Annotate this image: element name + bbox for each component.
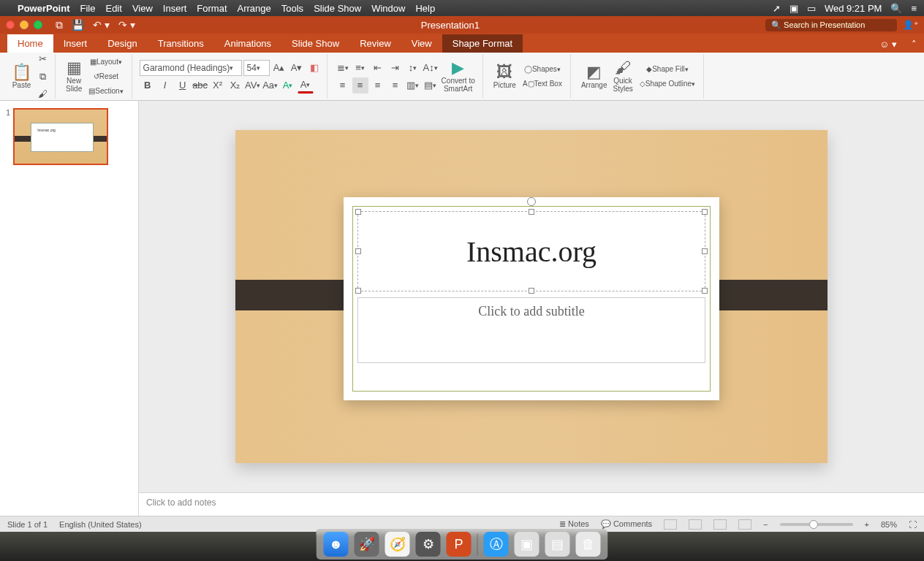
share-button[interactable]: 👤⁺ [903, 20, 918, 30]
slideshow-view-icon[interactable] [738, 519, 751, 530]
rotate-handle[interactable] [527, 197, 536, 206]
strike-button[interactable]: abc [192, 77, 208, 94]
zoom-icon[interactable] [34, 20, 42, 29]
shape-fill-button[interactable]: ◆ Shape Fill [636, 63, 699, 76]
resize-handle[interactable] [702, 248, 708, 254]
notes-toggle[interactable]: ≣ Notes [559, 519, 589, 529]
menu-edit[interactable]: Edit [105, 3, 121, 14]
resize-handle[interactable] [529, 209, 534, 215]
font-name-combo[interactable]: Garamond (Headings) [140, 60, 242, 76]
tab-shape-format[interactable]: Shape Format [442, 34, 523, 53]
settings-icon[interactable]: ⚙ [416, 532, 441, 557]
font-size-combo[interactable]: 54 [243, 60, 270, 76]
zoom-value[interactable]: 85% [881, 520, 897, 529]
align-right-icon[interactable]: ≡ [370, 77, 386, 94]
menu-slideshow[interactable]: Slide Show [314, 3, 361, 14]
clock[interactable]: Wed 9:21 PM [825, 3, 882, 14]
superscript-icon[interactable]: X² [210, 77, 226, 94]
picture-button[interactable]: 🖼Picture [491, 63, 519, 91]
tab-view[interactable]: View [401, 34, 442, 53]
trash-icon[interactable]: 🗑 [576, 532, 601, 557]
cut-icon[interactable]: ✂ [34, 51, 50, 67]
window-controls[interactable] [6, 20, 42, 29]
sorter-view-icon[interactable] [689, 519, 702, 530]
title-placeholder[interactable]: Insmac.org [357, 211, 705, 291]
columns-icon[interactable]: ▥ [405, 77, 421, 94]
text-direction-icon[interactable]: A↕ [423, 60, 439, 76]
menu-insert[interactable]: Insert [163, 3, 187, 14]
notes-input[interactable]: Click to add notes [139, 492, 924, 516]
tab-home[interactable]: Home [7, 34, 53, 53]
qat-undo-icon[interactable]: ↶ ▾ [93, 19, 110, 31]
subscript-icon[interactable]: X₂ [227, 77, 243, 94]
zoom-out-button[interactable]: − [763, 520, 768, 529]
slide-thumbnail-1[interactable]: Insmac.org [13, 108, 108, 165]
resize-handle[interactable] [355, 248, 361, 254]
section-button[interactable]: ▤ Section [85, 85, 126, 98]
arrange-button[interactable]: ◩Arrange [578, 63, 610, 91]
menu-view[interactable]: View [132, 3, 153, 14]
zoom-in-button[interactable]: + [865, 520, 869, 529]
align-text-icon[interactable]: ▤ [423, 77, 439, 94]
subtitle-placeholder[interactable]: Click to add subtitle [357, 297, 705, 363]
tab-animations[interactable]: Animations [214, 34, 281, 53]
layout-button[interactable]: ▦ Layout [85, 56, 126, 69]
shapes-button[interactable]: ◯ Shapes [519, 63, 566, 76]
tab-transitions[interactable]: Transitions [148, 34, 214, 53]
dock-app-icon[interactable]: ▤ [545, 532, 570, 557]
appstore-icon[interactable]: Ⓐ [484, 532, 509, 557]
normal-view-icon[interactable] [664, 519, 677, 530]
menu-window[interactable]: Window [371, 3, 405, 14]
convert-smartart-button[interactable]: ▶Convert to SmartArt [439, 58, 478, 94]
shape-outline-button[interactable]: ◇ Shape Outline [636, 77, 699, 91]
line-spacing-icon[interactable]: ↕ [405, 60, 421, 76]
tab-slideshow[interactable]: Slide Show [281, 34, 349, 53]
finder-icon[interactable]: ☻ [324, 532, 349, 557]
status-language[interactable]: English (United States) [59, 520, 142, 529]
menu-tools[interactable]: Tools [281, 3, 303, 14]
slide-canvas[interactable]: Insmac.org Click to add subtitle [235, 130, 828, 463]
slide-editor[interactable]: Insmac.org Click to add subtitle [139, 101, 924, 492]
menu-format[interactable]: Format [197, 3, 227, 14]
comments-toggle[interactable]: 💬 Comments [601, 519, 652, 529]
menu-file[interactable]: File [80, 3, 96, 14]
font-color-icon[interactable]: A [298, 77, 314, 94]
display-icon[interactable]: ▣ [789, 3, 798, 14]
reading-view-icon[interactable] [713, 519, 727, 530]
resize-handle[interactable] [702, 288, 708, 294]
collapse-ribbon-icon[interactable]: ˄ [904, 36, 924, 53]
grow-font-icon[interactable]: A▴ [271, 60, 287, 76]
search-input[interactable]: 🔍 Search in Presentation [765, 19, 897, 31]
fit-window-icon[interactable]: ⛶ [909, 520, 917, 529]
qat-window-icon[interactable]: ⧉ [56, 19, 63, 31]
tab-design[interactable]: Design [97, 34, 147, 53]
indent-icon[interactable]: ⇥ [387, 60, 404, 76]
cursor-icon[interactable]: ➚ [773, 3, 781, 14]
bold-button[interactable]: B [140, 77, 156, 94]
safari-icon[interactable]: 🧭 [385, 532, 410, 557]
menu-arrange[interactable]: Arrange [238, 3, 271, 14]
reset-button[interactable]: ↺ Reset [85, 70, 126, 83]
title-text[interactable]: Insmac.org [466, 234, 597, 269]
resize-handle[interactable] [702, 209, 708, 215]
textbox-button[interactable]: A▢ Text Box [519, 77, 566, 91]
italic-button[interactable]: I [157, 77, 173, 94]
battery-icon[interactable]: ▭ [807, 3, 816, 14]
resize-handle[interactable] [355, 209, 361, 215]
align-center-icon[interactable]: ≡ [352, 77, 368, 94]
change-case-icon[interactable]: Aa [262, 77, 279, 94]
justify-icon[interactable]: ≡ [387, 77, 404, 94]
outdent-icon[interactable]: ⇤ [370, 60, 386, 76]
launchpad-icon[interactable]: 🚀 [355, 532, 379, 557]
highlight-icon[interactable]: A [280, 77, 296, 94]
copy-icon[interactable]: ⧉ [34, 69, 50, 85]
numbering-icon[interactable]: ≡ [352, 60, 368, 76]
clear-format-icon[interactable]: ◧ [306, 60, 322, 76]
text-effects-icon[interactable]: AV [245, 77, 261, 94]
slide-thumbnail-panel[interactable]: 1 Insmac.org [0, 101, 139, 516]
tab-insert[interactable]: Insert [53, 34, 98, 53]
bullets-icon[interactable]: ≣ [335, 60, 351, 76]
minimize-icon[interactable] [20, 20, 29, 29]
paste-button[interactable]: 📋Paste [9, 63, 34, 91]
close-icon[interactable] [6, 20, 15, 29]
